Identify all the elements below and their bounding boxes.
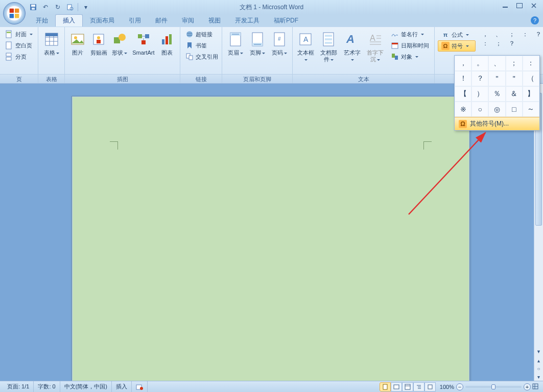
save-icon[interactable]: [29, 3, 38, 12]
blank-page-button[interactable]: 空白页: [3, 40, 35, 51]
office-button[interactable]: [3, 2, 26, 24]
sym-cell[interactable]: ※: [455, 102, 471, 117]
zoom-slider[interactable]: [465, 386, 522, 388]
qat-customize-icon[interactable]: ▾: [81, 3, 90, 12]
zoom-level[interactable]: 100%: [440, 384, 454, 390]
signature-button[interactable]: 签名行: [389, 29, 431, 39]
qsym-7[interactable]: ？: [507, 39, 516, 46]
footer-button[interactable]: 页脚: [247, 29, 267, 57]
hyperlink-button[interactable]: 超链接: [183, 29, 220, 39]
sym-cell[interactable]: ％: [488, 86, 505, 102]
sym-cell[interactable]: ：: [523, 56, 539, 71]
sym-cell[interactable]: 】: [523, 86, 539, 102]
view-web[interactable]: [402, 382, 413, 391]
sym-cell[interactable]: ，: [455, 56, 471, 71]
qsym-5[interactable]: ：: [481, 39, 490, 46]
zoom-in-button[interactable]: +: [524, 383, 531, 390]
view-fullscreen[interactable]: [391, 382, 402, 391]
tab-insert[interactable]: 插入: [55, 14, 83, 27]
scroll-down-icon[interactable]: ▼: [534, 347, 543, 356]
status-record-macro[interactable]: [132, 381, 148, 392]
quickparts-button[interactable]: 文档部件: [318, 29, 340, 64]
sym-cell[interactable]: （: [523, 71, 539, 86]
pagenum-button[interactable]: #页码: [269, 29, 289, 57]
symbol-button[interactable]: Ω符号: [438, 40, 476, 52]
cover-page-button[interactable]: 封面: [3, 29, 35, 39]
sym-cell[interactable]: 。: [471, 56, 488, 71]
fit-window-icon[interactable]: [531, 383, 540, 391]
bookmark-button[interactable]: 书签: [183, 40, 220, 51]
browse-object-icon[interactable]: ○: [534, 364, 543, 373]
qsym-0[interactable]: ，: [481, 30, 490, 37]
sym-cell[interactable]: ！: [455, 71, 471, 86]
equation-button[interactable]: π公式: [438, 29, 476, 40]
redo-icon[interactable]: ↻: [53, 3, 62, 12]
chart-button[interactable]: 图表: [158, 29, 177, 57]
header-button[interactable]: 页眉: [225, 29, 245, 57]
scroll-track[interactable]: [534, 93, 543, 347]
table-button[interactable]: 表格: [41, 29, 61, 57]
tab-view[interactable]: 视图: [201, 15, 228, 27]
shapes-button[interactable]: 形状: [110, 29, 129, 57]
sym-cell[interactable]: ）: [471, 86, 488, 102]
svg-text:A: A: [346, 33, 355, 45]
next-page-icon[interactable]: ▾: [534, 373, 543, 381]
sym-cell[interactable]: □: [506, 102, 523, 117]
textbox-button[interactable]: A文本框: [296, 29, 316, 64]
view-print-layout[interactable]: [380, 382, 391, 391]
sym-cell[interactable]: ＆: [506, 86, 523, 102]
prev-page-icon[interactable]: ▴: [534, 356, 543, 364]
tab-references[interactable]: 引用: [122, 15, 148, 27]
tab-layout[interactable]: 页面布局: [83, 15, 122, 27]
svg-rect-28: [166, 36, 168, 44]
sym-cell[interactable]: 、: [488, 56, 505, 71]
more-symbols-label: 其他符号(M)...: [470, 119, 509, 128]
blank-page-label: 空白页: [15, 42, 32, 50]
zoom-thumb[interactable]: [491, 384, 495, 389]
sym-cell[interactable]: ◎: [488, 102, 505, 117]
tab-developer[interactable]: 开发工具: [228, 15, 267, 27]
status-lang[interactable]: 中文(简体，中国): [60, 381, 112, 392]
datetime-button[interactable]: 日期和时间: [389, 40, 431, 51]
status-mode[interactable]: 插入: [112, 381, 132, 392]
status-words[interactable]: 字数: 0: [34, 381, 60, 392]
table-label: 表格: [44, 50, 55, 56]
qsym-1[interactable]: 、: [494, 30, 503, 37]
crossref-button[interactable]: 交叉引用: [183, 52, 220, 62]
sym-cell[interactable]: ～: [523, 102, 539, 117]
maximize-button[interactable]: [512, 1, 527, 10]
dropcap-button[interactable]: A首字下沉: [364, 29, 387, 64]
close-button[interactable]: [527, 1, 541, 10]
more-symbols-button[interactable]: Ω 其他符号(M)...: [455, 117, 539, 130]
print-preview-icon[interactable]: [65, 3, 75, 12]
view-draft[interactable]: [424, 382, 436, 391]
page-break-button[interactable]: 分页: [3, 52, 35, 62]
tab-home[interactable]: 开始: [29, 15, 55, 27]
tab-mailings[interactable]: 邮件: [148, 15, 175, 27]
tab-foxit[interactable]: 福昕PDF: [267, 15, 305, 27]
sym-cell[interactable]: 【: [455, 86, 471, 102]
sym-cell[interactable]: ": [488, 71, 505, 86]
zoom-out-button[interactable]: −: [456, 383, 463, 390]
clipart-button[interactable]: 剪贴画: [89, 29, 108, 57]
qat-separator: [78, 3, 78, 11]
sym-cell[interactable]: ": [506, 71, 523, 86]
qsym-4[interactable]: ？: [534, 30, 543, 37]
picture-button[interactable]: 图片: [68, 29, 87, 57]
undo-icon[interactable]: ↶: [41, 3, 50, 12]
minimize-button[interactable]: [498, 1, 512, 10]
sym-cell[interactable]: ○: [471, 102, 488, 117]
page[interactable]: [72, 96, 470, 381]
smartart-button[interactable]: SmartArt: [131, 29, 155, 57]
object-button[interactable]: 对象: [389, 52, 431, 62]
qsym-3[interactable]: ：: [521, 30, 530, 37]
sym-cell[interactable]: ？: [471, 71, 488, 86]
view-outline[interactable]: [413, 382, 424, 391]
qsym-6[interactable]: ；: [494, 39, 503, 46]
sym-cell[interactable]: ；: [506, 56, 523, 71]
tab-review[interactable]: 审阅: [175, 15, 201, 27]
status-page[interactable]: 页面: 1/1: [3, 381, 34, 392]
qsym-2[interactable]: ；: [507, 30, 516, 37]
help-icon[interactable]: ?: [531, 16, 539, 24]
wordart-button[interactable]: A艺术字: [342, 29, 362, 64]
